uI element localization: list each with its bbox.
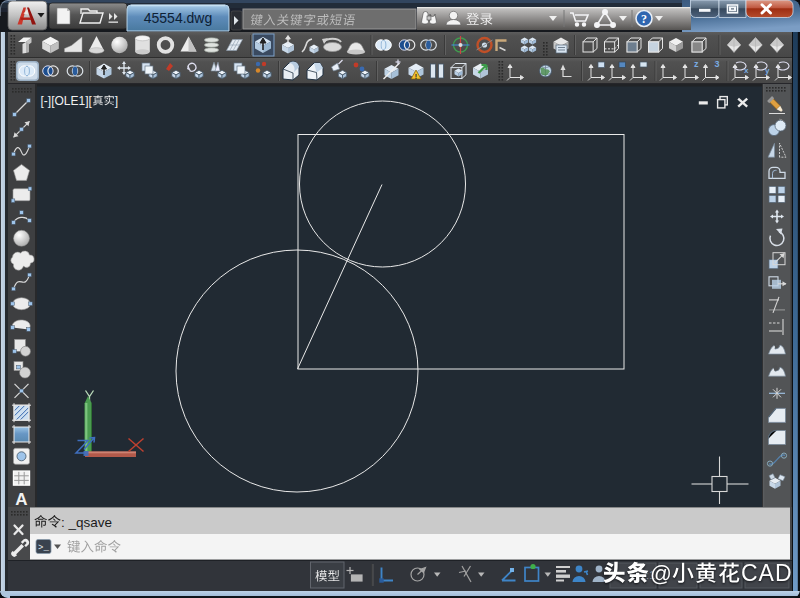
svg-text:>_: >_ bbox=[38, 543, 49, 553]
svg-text:z: z bbox=[694, 59, 699, 69]
svg-text:?: ? bbox=[641, 12, 647, 26]
svg-text:]: ] bbox=[115, 94, 118, 108]
svg-text:CAD: CAD bbox=[741, 560, 793, 586]
svg-text:A: A bbox=[15, 490, 27, 508]
svg-text:: _qsave: : _qsave bbox=[61, 515, 112, 530]
svg-text:y: y bbox=[765, 66, 770, 75]
svg-text:3: 3 bbox=[715, 59, 720, 69]
svg-text:45554.dwg: 45554.dwg bbox=[144, 10, 213, 26]
svg-text:[-][OLE1][: [-][OLE1][ bbox=[41, 94, 93, 108]
svg-text:x: x bbox=[744, 66, 749, 75]
svg-text:!: ! bbox=[415, 73, 417, 80]
svg-text:@: @ bbox=[650, 562, 672, 586]
